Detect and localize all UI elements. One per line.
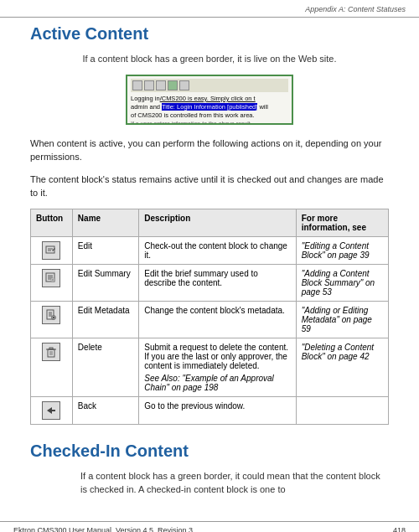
button-cell-edit-summary bbox=[31, 264, 73, 301]
button-cell-edit-metadata bbox=[31, 301, 73, 338]
section1-intro: If a content block has a green border, i… bbox=[30, 52, 389, 66]
toolbar-icon-4 bbox=[168, 80, 178, 90]
page-container: Appendix A: Content Statuses Active Cont… bbox=[0, 0, 419, 532]
table-row: Edit Summary Edit the brief summary used… bbox=[31, 264, 389, 301]
footer-right: 418 bbox=[393, 526, 406, 533]
col-name: Name bbox=[72, 209, 138, 236]
toolbar-icon-2 bbox=[144, 80, 154, 90]
toolbar-icon-5 bbox=[179, 80, 189, 90]
screenshot-toolbar bbox=[131, 79, 288, 92]
edit-summary-icon bbox=[45, 272, 57, 284]
col-more-info: For more information, see bbox=[296, 209, 388, 236]
toolbar-icon-3 bbox=[156, 80, 166, 90]
row5-desc: Go to the previous window. bbox=[139, 396, 296, 424]
breadcrumb: Appendix A: Content Statuses bbox=[305, 5, 406, 13]
table-row: Edit Metadata Change the content block's… bbox=[31, 301, 389, 338]
footer-bar: Ektron CMS300 User Manual, Version 4.5, … bbox=[0, 521, 419, 533]
edit-button-icon[interactable] bbox=[42, 241, 60, 260]
body-text-2: The content block's status remains activ… bbox=[30, 173, 389, 200]
edit-summary-button-icon[interactable] bbox=[42, 269, 60, 287]
table-row: Edit Check-out the content block to chan… bbox=[31, 236, 389, 264]
content-table: Button Name Description For more informa… bbox=[30, 209, 389, 425]
header-bar: Appendix A: Content Statuses bbox=[0, 0, 419, 18]
button-cell-back bbox=[31, 396, 73, 424]
svg-rect-19 bbox=[49, 348, 53, 349]
row1-desc: Check-out the content block to change it… bbox=[139, 236, 296, 264]
row1-more: "Editing a Content Block" on page 39 bbox=[296, 236, 388, 264]
edit-metadata-icon bbox=[45, 309, 57, 321]
row5-name: Back bbox=[72, 396, 138, 424]
back-button-icon[interactable] bbox=[42, 401, 60, 420]
row5-more bbox=[296, 396, 388, 424]
footer-left: Ektron CMS300 User Manual, Version 4.5, … bbox=[13, 526, 193, 533]
svg-rect-17 bbox=[48, 349, 54, 357]
table-row: Back Go to the previous window. bbox=[31, 396, 389, 424]
row3-desc: Change the content block's metadata. bbox=[139, 301, 296, 338]
screenshot-thumbnail: Logging in/CMS200 is easy. Simply click … bbox=[126, 75, 293, 125]
button-cell-delete bbox=[31, 338, 73, 396]
toolbar-icon-1 bbox=[132, 80, 142, 90]
row3-name: Edit Metadata bbox=[72, 301, 138, 338]
edit-metadata-button-icon[interactable] bbox=[42, 306, 60, 324]
delete-button-icon[interactable] bbox=[42, 343, 60, 361]
row3-more: "Adding or Editing Metadata" on page 59 bbox=[296, 301, 388, 338]
main-content: Active Content If a content block has a … bbox=[0, 18, 419, 532]
row2-desc: Edit the brief summary used to describe … bbox=[139, 264, 296, 301]
delete-icon bbox=[45, 346, 57, 358]
row1-name: Edit bbox=[72, 236, 138, 264]
body-text-1: When content is active, you can perform … bbox=[30, 137, 389, 164]
screenshot-text: Logging in/CMS200 is easy. Simply click … bbox=[131, 95, 288, 125]
button-cell-edit bbox=[31, 236, 73, 264]
section2-title: Checked-In Content bbox=[30, 442, 389, 461]
row4-also-ref: See Also: "Example of an Approval Chain"… bbox=[144, 374, 290, 392]
row4-more: "Deleting a Content Block" on page 42 bbox=[296, 338, 388, 396]
svg-marker-22 bbox=[47, 407, 55, 414]
table-row: Delete Submit a request to delete the co… bbox=[31, 338, 389, 396]
section2: Checked-In Content If a content block ha… bbox=[30, 442, 389, 497]
section1-title: Active Content bbox=[30, 24, 389, 44]
col-description: Description bbox=[139, 209, 296, 236]
row4-desc: Submit a request to delete the content. … bbox=[139, 338, 296, 396]
row4-name: Delete bbox=[72, 338, 138, 396]
section2-intro: If a content block has a green border, i… bbox=[80, 469, 389, 497]
edit-icon bbox=[45, 245, 57, 256]
row2-more: "Adding a Content Block Summary" on page… bbox=[296, 264, 388, 301]
back-arrow-icon bbox=[45, 405, 57, 416]
col-button: Button bbox=[31, 209, 73, 236]
row2-name: Edit Summary bbox=[72, 264, 138, 301]
